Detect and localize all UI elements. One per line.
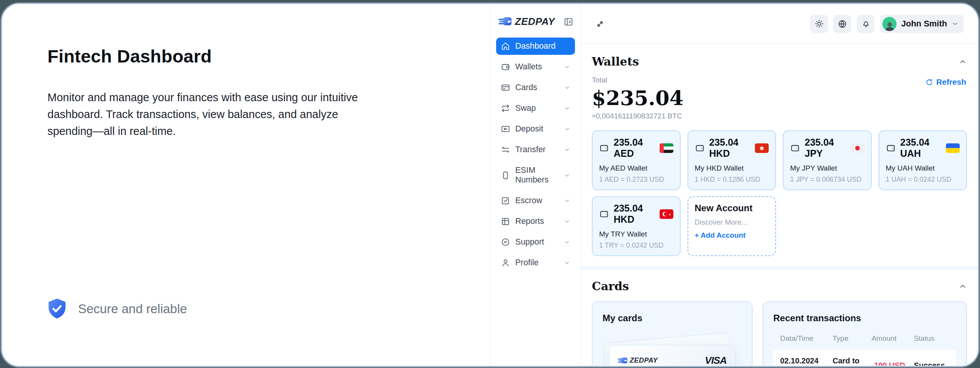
wallet-amount: 235.04 JPY xyxy=(805,137,846,159)
bank-card-front: ZEDPAY VISA 1234 1234 1234 1234 xyxy=(609,345,735,366)
language-globe-button[interactable] xyxy=(833,15,851,33)
sidebar-item-reports[interactable]: Reports xyxy=(496,213,575,230)
chevron-down-icon xyxy=(564,105,570,112)
swap-icon xyxy=(501,104,510,113)
wallets-total: Total $235.04 ≈0,0041611190832721 BTC Re… xyxy=(592,76,967,120)
sidebar-item-escrow[interactable]: Escrow xyxy=(496,192,575,209)
wallet-card-hkd[interactable]: 235.04 HKD ✽ My HKD Wallet 1 HKD = 0.128… xyxy=(688,130,776,190)
chevron-down-icon xyxy=(564,64,570,70)
cards-collapse-button[interactable] xyxy=(959,282,967,291)
wallet-icon xyxy=(790,143,800,153)
flag-ua-icon xyxy=(946,143,960,153)
credit-card-icon xyxy=(501,83,510,92)
wallet-card-uah[interactable]: 235.04 UAH My UAH Wallet 1 UAH = 0.0242 … xyxy=(879,130,967,190)
bank-card-stack[interactable]: ZEDPAY VISA 1234 1234 1234 1234 xyxy=(609,343,735,366)
refresh-button[interactable]: Refresh xyxy=(925,77,966,87)
secure-badge: Secure and reliable xyxy=(47,298,467,320)
cards-section-title: Cards xyxy=(592,279,629,293)
transaction-row[interactable]: 02.10.2024 06:24 Card to card -100 USD S… xyxy=(773,350,956,366)
add-account-button[interactable]: + Add Account xyxy=(695,231,746,240)
transactions-title: Recent transactions xyxy=(773,313,956,324)
wallets-collapse-button[interactable] xyxy=(959,58,967,66)
tx-type: Card to card xyxy=(833,356,872,366)
sidebar-item-support[interactable]: Support xyxy=(496,233,575,251)
column-header: Type xyxy=(833,334,872,343)
wallet-rate: 1 TRY = 0.0242 USD xyxy=(599,242,673,250)
wallet-card-try[interactable]: 235.04 HKD ★ My TRY Wallet 1 TRY = 0.024… xyxy=(592,196,681,256)
sidebar-item-deposit[interactable]: Deposit xyxy=(496,120,575,138)
shield-check-icon xyxy=(47,298,67,320)
tx-datetime: 02.10.2024 06:24 xyxy=(780,356,833,366)
topbar: John Smith xyxy=(581,4,978,44)
tx-status: Success xyxy=(914,361,949,366)
page-title: Fintech Dashboard xyxy=(47,46,467,67)
zedpay-logo-icon xyxy=(498,16,512,27)
avatar xyxy=(882,17,897,31)
chevron-down-icon xyxy=(564,146,570,153)
sidebar-item-cards[interactable]: Cards xyxy=(496,79,575,96)
sidebar-item-profile[interactable]: Profile xyxy=(496,254,575,271)
hero-description: Monitor and manage your finances with ea… xyxy=(47,89,365,140)
user-name: John Smith xyxy=(901,19,947,29)
total-btc-equivalent: ≈0,0041611190832721 BTC xyxy=(592,112,967,120)
column-header: Data/Time xyxy=(780,334,833,343)
deposit-icon xyxy=(501,124,510,134)
wallet-name: My HKD Wallet xyxy=(695,164,769,172)
transactions-panel: Recent transactions Data/Time Type Amoun… xyxy=(763,301,967,366)
chevron-down-icon xyxy=(564,239,570,245)
phone-icon xyxy=(501,171,510,180)
transfer-icon xyxy=(501,145,510,154)
chevron-down-icon xyxy=(564,197,570,204)
wallets-section-title: Wallets xyxy=(592,55,639,68)
sidebar-item-transfer[interactable]: Transfer xyxy=(496,141,575,158)
wallets-section: Wallets Total $235.04 ≈0,004161119083272… xyxy=(592,44,967,256)
chevron-down-icon xyxy=(952,20,959,27)
tx-amount: -100 USD xyxy=(872,361,914,366)
sidebar: ZEDPAY Dashboard xyxy=(490,4,581,366)
sidebar-item-wallets[interactable]: Wallets xyxy=(496,58,575,76)
sidebar-item-dashboard[interactable]: Dashboard xyxy=(496,38,575,55)
new-account-title: New Account xyxy=(695,203,769,214)
new-account-card[interactable]: New Account Discover More... + Add Accou… xyxy=(688,196,776,256)
wallet-amount: 235.04 HKD xyxy=(709,137,751,159)
report-icon xyxy=(501,217,510,226)
sidebar-collapse-button[interactable] xyxy=(564,17,573,27)
total-label: Total xyxy=(592,76,967,84)
wallet-card-aed[interactable]: 235.04 AED My AED Wallet 1 AED = 0.2723 … xyxy=(592,130,681,190)
zedpay-logo[interactable]: ZEDPAY xyxy=(498,16,555,28)
chat-icon xyxy=(501,237,510,247)
wallet-name: My JPY Wallet xyxy=(790,164,864,172)
flag-jp-icon xyxy=(851,143,864,153)
wallet-icon xyxy=(599,209,609,219)
sidebar-nav: Dashboard Wallets xyxy=(496,38,575,271)
svg-text:✽: ✽ xyxy=(760,145,764,151)
wallet-rate: 1 HKD = 0.1286 USD xyxy=(695,176,769,184)
flag-ae-icon xyxy=(660,143,673,153)
wallet-amount: 235.04 HKD xyxy=(614,203,655,225)
user-menu[interactable]: John Smith xyxy=(880,15,964,33)
wallet-name: My UAH Wallet xyxy=(886,164,960,172)
column-header: Amount xyxy=(872,334,914,343)
sidebar-item-esim-numbers[interactable]: ESIM Numbers xyxy=(496,162,575,189)
secure-badge-label: Secure and reliable xyxy=(78,302,187,316)
theme-toggle-button[interactable] xyxy=(810,15,828,33)
notifications-bell-button[interactable] xyxy=(857,15,875,33)
expand-button[interactable] xyxy=(595,19,605,29)
cards-section: Cards My cards xyxy=(592,270,967,366)
main-content: Wallets Total $235.04 ≈0,004161119083272… xyxy=(581,44,978,366)
my-cards-panel: My cards xyxy=(592,301,753,366)
wallet-icon xyxy=(501,62,510,72)
total-amount: $235.04 xyxy=(592,86,967,110)
person-icon xyxy=(501,258,510,268)
chevron-down-icon xyxy=(564,84,570,91)
wallet-icon xyxy=(695,143,705,153)
sidebar-item-swap[interactable]: Swap xyxy=(496,100,575,117)
wallet-rate: 1 JPY = 0.006734 USD xyxy=(790,176,864,184)
wallet-card-jpy[interactable]: 235.04 JPY My JPY Wallet 1 JPY = 0.00673… xyxy=(783,130,872,190)
new-account-subtitle: Discover More... xyxy=(695,218,769,227)
wallet-rate: 1 AED = 0.2723 USD xyxy=(599,176,673,184)
chevron-down-icon xyxy=(564,126,570,132)
wallet-amount: 235.04 AED xyxy=(614,137,655,159)
home-icon xyxy=(501,41,510,51)
visa-logo: VISA xyxy=(705,355,727,366)
